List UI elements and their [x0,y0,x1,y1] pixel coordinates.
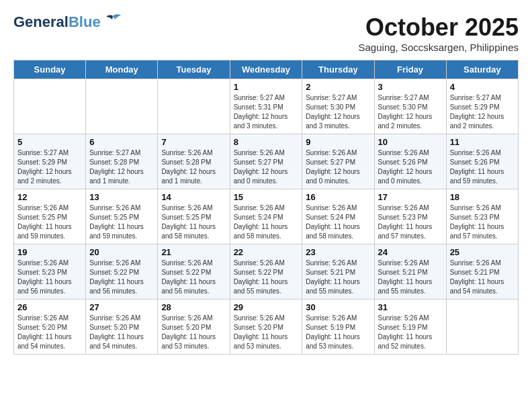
calendar-cell: 21Sunrise: 5:26 AM Sunset: 5:22 PM Dayli… [158,244,230,300]
calendar-cell: 23Sunrise: 5:26 AM Sunset: 5:21 PM Dayli… [302,244,374,300]
calendar-cell: 14Sunrise: 5:26 AM Sunset: 5:25 PM Dayli… [158,189,230,244]
day-number: 3 [378,82,443,92]
day-number: 16 [306,192,370,202]
calendar-cell: 6Sunrise: 5:27 AM Sunset: 5:28 PM Daylig… [86,134,158,189]
calendar-cell [446,300,518,355]
day-number: 21 [161,247,226,257]
day-number: 26 [17,302,82,312]
day-number: 7 [161,137,226,147]
day-number: 28 [161,302,226,312]
calendar-cell: 19Sunrise: 5:26 AM Sunset: 5:23 PM Dayli… [14,244,86,300]
calendar-cell [158,79,230,134]
calendar-cell: 25Sunrise: 5:26 AM Sunset: 5:21 PM Dayli… [446,244,518,300]
day-header-saturday: Saturday [446,60,518,79]
day-info: Sunrise: 5:26 AM Sunset: 5:26 PM Dayligh… [450,148,515,186]
day-info: Sunrise: 5:26 AM Sunset: 5:24 PM Dayligh… [306,203,370,241]
calendar-week-row: 19Sunrise: 5:26 AM Sunset: 5:23 PM Dayli… [14,244,519,300]
day-info: Sunrise: 5:26 AM Sunset: 5:20 PM Dayligh… [234,314,299,351]
day-number: 25 [450,247,515,257]
day-info: Sunrise: 5:27 AM Sunset: 5:31 PM Dayligh… [234,93,299,131]
day-info: Sunrise: 5:26 AM Sunset: 5:20 PM Dayligh… [161,314,226,351]
calendar-cell: 26Sunrise: 5:26 AM Sunset: 5:20 PM Dayli… [14,300,86,355]
calendar-cell: 2Sunrise: 5:27 AM Sunset: 5:30 PM Daylig… [302,79,374,134]
calendar-cell: 3Sunrise: 5:27 AM Sunset: 5:30 PM Daylig… [374,79,446,134]
day-number: 6 [89,137,154,147]
calendar-week-row: 1Sunrise: 5:27 AM Sunset: 5:31 PM Daylig… [14,79,519,134]
day-info: Sunrise: 5:26 AM Sunset: 5:23 PM Dayligh… [450,203,515,241]
day-number: 30 [306,302,370,312]
day-number: 4 [450,82,515,92]
day-info: Sunrise: 5:26 AM Sunset: 5:20 PM Dayligh… [89,314,154,351]
day-number: 8 [234,137,299,147]
day-number: 12 [17,192,82,202]
day-info: Sunrise: 5:26 AM Sunset: 5:22 PM Dayligh… [161,259,226,296]
day-number: 27 [89,302,154,312]
calendar-cell: 30Sunrise: 5:26 AM Sunset: 5:19 PM Dayli… [302,300,374,355]
day-header-tuesday: Tuesday [158,60,230,79]
calendar-cell: 10Sunrise: 5:26 AM Sunset: 5:26 PM Dayli… [374,134,446,189]
day-number: 9 [306,137,370,147]
calendar-cell: 13Sunrise: 5:26 AM Sunset: 5:25 PM Dayli… [86,189,158,244]
day-number: 20 [89,247,154,257]
day-number: 2 [306,82,370,92]
day-info: Sunrise: 5:26 AM Sunset: 5:21 PM Dayligh… [306,259,370,296]
day-number: 1 [234,82,299,92]
calendar-cell: 16Sunrise: 5:26 AM Sunset: 5:24 PM Dayli… [302,189,374,244]
day-number: 31 [378,302,443,312]
day-info: Sunrise: 5:27 AM Sunset: 5:30 PM Dayligh… [378,93,443,131]
day-number: 14 [161,192,226,202]
calendar-cell: 24Sunrise: 5:26 AM Sunset: 5:21 PM Dayli… [374,244,446,300]
day-info: Sunrise: 5:26 AM Sunset: 5:25 PM Dayligh… [17,203,82,241]
day-number: 23 [306,247,370,257]
day-number: 10 [378,137,443,147]
calendar-cell: 11Sunrise: 5:26 AM Sunset: 5:26 PM Dayli… [446,134,518,189]
location: Saguing, Soccsksargen, Philippines [359,42,519,53]
day-number: 18 [450,192,515,202]
day-header-thursday: Thursday [302,60,374,79]
day-number: 17 [378,192,443,202]
day-info: Sunrise: 5:27 AM Sunset: 5:30 PM Dayligh… [306,93,370,131]
day-header-friday: Friday [374,60,446,79]
day-info: Sunrise: 5:26 AM Sunset: 5:23 PM Dayligh… [378,203,443,241]
day-info: Sunrise: 5:26 AM Sunset: 5:21 PM Dayligh… [378,259,443,296]
calendar-cell: 29Sunrise: 5:26 AM Sunset: 5:20 PM Dayli… [230,300,302,355]
day-info: Sunrise: 5:26 AM Sunset: 5:26 PM Dayligh… [378,148,443,186]
day-number: 13 [89,192,154,202]
day-number: 5 [17,137,82,147]
day-info: Sunrise: 5:26 AM Sunset: 5:27 PM Dayligh… [234,148,299,186]
day-number: 22 [234,247,299,257]
logo-general: General [13,13,69,30]
calendar-cell: 27Sunrise: 5:26 AM Sunset: 5:20 PM Dayli… [86,300,158,355]
day-info: Sunrise: 5:27 AM Sunset: 5:28 PM Dayligh… [89,148,154,186]
title-area: October 2025 Saguing, Soccsksargen, Phil… [359,13,519,53]
day-header-monday: Monday [86,60,158,79]
calendar-cell: 22Sunrise: 5:26 AM Sunset: 5:22 PM Dayli… [230,244,302,300]
calendar-cell: 28Sunrise: 5:26 AM Sunset: 5:20 PM Dayli… [158,300,230,355]
day-info: Sunrise: 5:26 AM Sunset: 5:23 PM Dayligh… [17,259,82,296]
page-header: GeneralBlue October 2025 Saguing, Soccsk… [13,13,519,53]
day-info: Sunrise: 5:26 AM Sunset: 5:20 PM Dayligh… [17,314,82,351]
day-number: 15 [234,192,299,202]
day-info: Sunrise: 5:27 AM Sunset: 5:29 PM Dayligh… [17,148,82,186]
day-info: Sunrise: 5:26 AM Sunset: 5:25 PM Dayligh… [161,203,226,241]
calendar-cell: 7Sunrise: 5:26 AM Sunset: 5:28 PM Daylig… [158,134,230,189]
calendar-cell [14,79,86,134]
day-number: 11 [450,137,515,147]
day-info: Sunrise: 5:26 AM Sunset: 5:19 PM Dayligh… [378,314,443,351]
day-header-sunday: Sunday [14,60,86,79]
calendar-week-row: 5Sunrise: 5:27 AM Sunset: 5:29 PM Daylig… [14,134,519,189]
day-info: Sunrise: 5:26 AM Sunset: 5:25 PM Dayligh… [89,203,154,241]
calendar-cell: 4Sunrise: 5:27 AM Sunset: 5:29 PM Daylig… [446,79,518,134]
calendar-cell [86,79,158,134]
day-info: Sunrise: 5:26 AM Sunset: 5:27 PM Dayligh… [306,148,370,186]
calendar-cell: 17Sunrise: 5:26 AM Sunset: 5:23 PM Dayli… [374,189,446,244]
calendar-cell: 9Sunrise: 5:26 AM Sunset: 5:27 PM Daylig… [302,134,374,189]
day-number: 24 [378,247,443,257]
day-info: Sunrise: 5:26 AM Sunset: 5:19 PM Dayligh… [306,314,370,351]
calendar-cell: 20Sunrise: 5:26 AM Sunset: 5:22 PM Dayli… [86,244,158,300]
day-info: Sunrise: 5:26 AM Sunset: 5:24 PM Dayligh… [234,203,299,241]
logo: GeneralBlue [13,13,122,31]
calendar-cell: 15Sunrise: 5:26 AM Sunset: 5:24 PM Dayli… [230,189,302,244]
calendar-header-row: SundayMondayTuesdayWednesdayThursdayFrid… [14,60,519,79]
day-number: 19 [17,247,82,257]
